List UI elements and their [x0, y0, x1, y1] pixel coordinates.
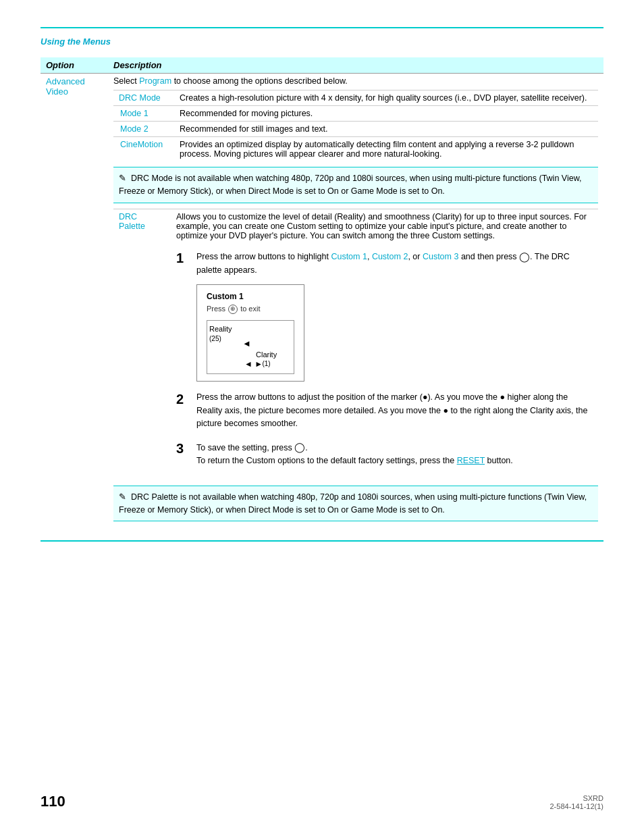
cinemotion-row: CineMotion Provides an optimized display… — [113, 137, 598, 162]
palette-subtitle: Press ⊕ to exit — [207, 303, 294, 315]
col-option-header: Option — [41, 57, 108, 74]
page-title-label: Using the Menus — [41, 36, 111, 47]
custom2-link: Custom 2 — [372, 252, 408, 261]
drc-mode-note-text: DRC Mode is not available when watching … — [119, 174, 581, 196]
table-row-advanced-video: AdvancedVideo Select Program to choose a… — [41, 74, 603, 527]
desc-cell: Select Program to choose among the optio… — [108, 74, 603, 527]
drc-mode-label: DRC Mode — [113, 90, 174, 106]
top-rule — [41, 27, 603, 28]
enter-icon-3: ◯ — [294, 442, 305, 452]
mode2-label: Mode 2 — [113, 122, 174, 137]
custom1-link: Custom 1 — [331, 252, 367, 261]
step-1-number: 1 — [176, 250, 190, 266]
program-link: Program — [139, 76, 171, 86]
drc-palette-note-text: DRC Palette is not available when watchi… — [119, 492, 587, 515]
col-option-label: Option — [46, 60, 74, 70]
col-desc-label: Description — [113, 60, 162, 70]
option-label: AdvancedVideo — [46, 76, 85, 97]
mode1-desc: Recommended for moving pictures. — [174, 106, 598, 122]
palette-grid: Reality(25) ◄ Clarity(1) — [207, 320, 294, 374]
reality-label: Reality(25) — [209, 325, 232, 342]
step-2-content: Press the arrow buttons to adjust the po… — [196, 391, 593, 430]
main-table: Option Description AdvancedVideo Select … — [41, 57, 603, 527]
drc-palette-desc: Allows you to customize the level of det… — [171, 209, 598, 479]
section-title: Using the Menus — [41, 36, 603, 47]
bottom-rule — [41, 540, 603, 542]
drc-mode-row: DRC Mode Creates a high-resolution pictu… — [113, 90, 598, 106]
mode2-row: Mode 2 Recommended for still images and … — [113, 122, 598, 137]
palette-diagram: Custom 1 Press ⊕ to exit — [196, 284, 304, 382]
mode1-label: Mode 1 — [113, 106, 174, 122]
footer-part: 2-584-141-12(1) — [550, 802, 604, 810]
step-3-content: To save the setting, press ◯. To return … — [196, 440, 593, 468]
cinemotion-label: CineMotion — [113, 137, 174, 162]
intro-line: Select Program to choose among the optio… — [113, 76, 598, 86]
drc-palette-label: DRCPalette — [113, 209, 171, 479]
step-3: 3 To save the setting, press ◯. To retur… — [176, 440, 593, 468]
palette-title: Custom 1 — [207, 290, 294, 303]
footer-right: SXRD 2-584-141-12(1) — [550, 794, 604, 810]
step-2: 2 Press the arrow buttons to adjust the … — [176, 391, 593, 430]
palette-exit-icon: ⊕ — [228, 305, 238, 314]
drc-palette-note: ✎ DRC Palette is not available when watc… — [113, 486, 598, 522]
step-1: 1 Press the arrow buttons to highlight C… — [176, 250, 593, 382]
drc-palette-row: DRCPalette Allows you to customize the l… — [113, 209, 598, 479]
custom3-link: Custom 3 — [423, 252, 459, 261]
drc-palette-table: DRCPalette Allows you to customize the l… — [113, 209, 598, 480]
drc-mode-note: ✎ DRC Mode is not available when watchin… — [113, 167, 598, 203]
step-2-number: 2 — [176, 391, 190, 407]
step-1-content: Press the arrow buttons to highlight Cus… — [196, 250, 593, 382]
mode2-desc: Recommended for still images and text. — [174, 122, 598, 137]
drc-palette-box: Custom 1 Press ⊕ to exit — [196, 284, 593, 382]
drc-mode-desc: Creates a high-resolution picture with 4… — [174, 90, 598, 106]
page-footer: 110 SXRD 2-584-141-12(1) — [41, 793, 603, 810]
page-number: 110 — [41, 793, 65, 810]
mode1-row: Mode 1 Recommended for moving pictures. — [113, 106, 598, 122]
footer-model: SXRD — [550, 794, 604, 802]
reality-arrow: ◄ — [242, 337, 251, 350]
enter-icon-1: ◯ — [519, 251, 530, 262]
cinemotion-desc: Provides an optimized display by automat… — [174, 137, 598, 162]
page-container: Using the Menus Option Description Advan… — [0, 0, 644, 834]
col-desc-header: Description — [108, 57, 603, 74]
reset-button-label: RESET — [457, 456, 485, 465]
option-cell: AdvancedVideo — [41, 74, 108, 527]
step-3-number: 3 — [176, 440, 190, 457]
drc-mode-table: DRC Mode Creates a high-resolution pictu… — [113, 90, 598, 161]
clarity-arrows: ◄ ► — [244, 358, 263, 371]
